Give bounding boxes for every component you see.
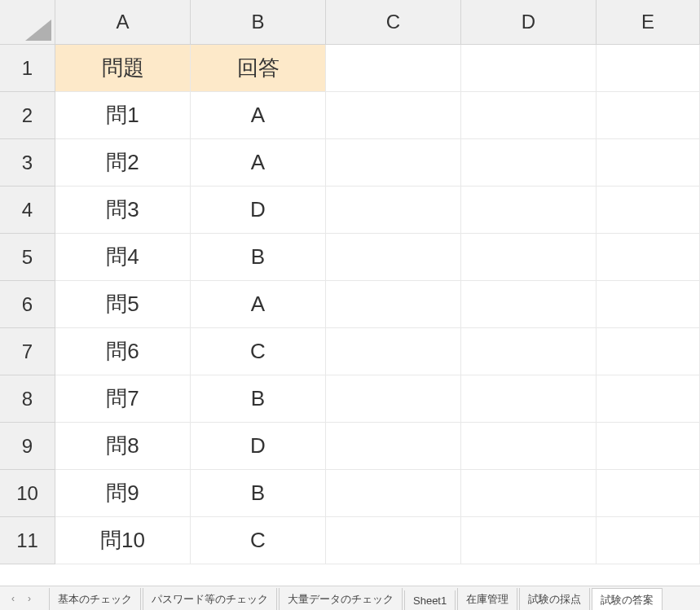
cell-A8[interactable]: 問7	[55, 375, 191, 423]
sheet-tab[interactable]: 基本のチェック	[49, 588, 141, 610]
cell-E6[interactable]	[597, 281, 700, 328]
row-6: 問5 A	[55, 281, 700, 328]
cell-B4[interactable]: D	[191, 187, 326, 234]
cell-A1[interactable]: 問題	[55, 45, 191, 92]
cell-C7[interactable]	[326, 328, 461, 375]
cell-C6[interactable]	[326, 281, 461, 328]
cell-D7[interactable]	[461, 328, 597, 375]
cell-D6[interactable]	[461, 281, 597, 328]
row-header-7[interactable]: 7	[0, 328, 55, 375]
cell-E8[interactable]	[597, 375, 700, 423]
col-header-C[interactable]: C	[326, 0, 461, 45]
cell-C8[interactable]	[326, 375, 461, 423]
row-header-5[interactable]: 5	[0, 234, 55, 281]
row-10: 問9 B	[55, 470, 700, 517]
tab-nav: ‹ ›	[0, 586, 42, 610]
cell-E9[interactable]	[597, 423, 700, 470]
sheet-tab[interactable]: 在庫管理	[457, 588, 517, 610]
cell-B5[interactable]: B	[191, 234, 326, 281]
cell-E10[interactable]	[597, 470, 700, 517]
row-9: 問8 D	[55, 423, 700, 470]
sheet-tab[interactable]: パスワード等のチェック	[143, 588, 277, 610]
cell-E2[interactable]	[597, 92, 700, 139]
cell-C3[interactable]	[326, 139, 461, 187]
cell-E3[interactable]	[597, 139, 700, 187]
cell-C1[interactable]	[326, 45, 461, 92]
cell-E5[interactable]	[597, 234, 700, 281]
row-5: 問4 B	[55, 234, 700, 281]
row-8: 問7 B	[55, 375, 700, 423]
cell-B2[interactable]: A	[191, 92, 326, 139]
row-header-10[interactable]: 10	[0, 470, 55, 517]
sheet-tab[interactable]: Sheet1	[404, 590, 456, 610]
row-3: 問2 A	[55, 139, 700, 187]
select-all-corner[interactable]	[0, 0, 55, 45]
cell-B6[interactable]: A	[191, 281, 326, 328]
row-header-1[interactable]: 1	[0, 45, 55, 92]
cell-A2[interactable]: 問1	[55, 92, 191, 139]
cell-B10[interactable]: B	[191, 470, 326, 517]
col-header-E[interactable]: E	[597, 0, 700, 45]
cell-A6[interactable]: 問5	[55, 281, 191, 328]
row-header-3[interactable]: 3	[0, 139, 55, 187]
row-11: 問10 C	[55, 517, 700, 564]
cell-E7[interactable]	[597, 328, 700, 375]
col-header-B[interactable]: B	[191, 0, 326, 45]
cell-D10[interactable]	[461, 470, 597, 517]
cell-A5[interactable]: 問4	[55, 234, 191, 281]
cell-E1[interactable]	[597, 45, 700, 92]
cell-D9[interactable]	[461, 423, 597, 470]
cell-E11[interactable]	[597, 517, 700, 564]
cell-C2[interactable]	[326, 92, 461, 139]
cell-C10[interactable]	[326, 470, 461, 517]
cell-D5[interactable]	[461, 234, 597, 281]
row-7: 問6 C	[55, 328, 700, 375]
row-headers: 1 2 3 4 5 6 7 8 9 10 11	[0, 45, 55, 586]
cell-B11[interactable]: C	[191, 517, 326, 564]
row-1: 問題 回答	[55, 45, 700, 92]
cell-C5[interactable]	[326, 234, 461, 281]
row-header-2[interactable]: 2	[0, 92, 55, 139]
cell-A10[interactable]: 問9	[55, 470, 191, 517]
cell-D2[interactable]	[461, 92, 597, 139]
cell-C11[interactable]	[326, 517, 461, 564]
cell-C4[interactable]	[326, 187, 461, 234]
cell-D8[interactable]	[461, 375, 597, 423]
row-4: 問3 D	[55, 187, 700, 234]
cell-B9[interactable]: D	[191, 423, 326, 470]
cell-A7[interactable]: 問6	[55, 328, 191, 375]
cell-A11[interactable]: 問10	[55, 517, 191, 564]
cell-B1[interactable]: 回答	[191, 45, 326, 92]
cell-B8[interactable]: B	[191, 375, 326, 423]
tab-next-icon[interactable]: ›	[28, 593, 31, 604]
sheet-tab[interactable]: 大量データのチェック	[279, 588, 403, 610]
cell-A3[interactable]: 問2	[55, 139, 191, 187]
sheet-tab[interactable]: 試験の採点	[519, 588, 590, 610]
row-header-8[interactable]: 8	[0, 375, 55, 423]
cell-B3[interactable]: A	[191, 139, 326, 187]
cell-E4[interactable]	[597, 187, 700, 234]
cell-D1[interactable]	[461, 45, 597, 92]
tab-prev-icon[interactable]: ‹	[11, 593, 15, 604]
sheet-tab-active[interactable]: 試験の答案	[592, 588, 663, 610]
cell-B7[interactable]: C	[191, 328, 326, 375]
column-headers: A B C D E	[55, 0, 700, 45]
row-2: 問1 A	[55, 92, 700, 139]
cell-A9[interactable]: 問8	[55, 423, 191, 470]
cell-D4[interactable]	[461, 187, 597, 234]
cell-A4[interactable]: 問3	[55, 187, 191, 234]
spreadsheet: A B C D E 1 2 3 4 5 6 7 8 9 10 11 問題 回答 …	[0, 0, 700, 586]
sheet-tabs: 基本のチェック パスワード等のチェック 大量データのチェック Sheet1 在庫…	[42, 586, 663, 610]
sheet-tabs-bar: ‹ › 基本のチェック パスワード等のチェック 大量データのチェック Sheet…	[0, 586, 700, 610]
cells-area: 問題 回答 問1 A 問2 A 問3 D 問4	[55, 45, 700, 586]
row-header-9[interactable]: 9	[0, 423, 55, 470]
row-header-4[interactable]: 4	[0, 187, 55, 234]
row-header-6[interactable]: 6	[0, 281, 55, 328]
cell-C9[interactable]	[326, 423, 461, 470]
col-header-A[interactable]: A	[55, 0, 191, 45]
row-header-11[interactable]: 11	[0, 517, 55, 564]
cell-D11[interactable]	[461, 517, 597, 564]
cell-D3[interactable]	[461, 139, 597, 187]
col-header-D[interactable]: D	[461, 0, 597, 45]
